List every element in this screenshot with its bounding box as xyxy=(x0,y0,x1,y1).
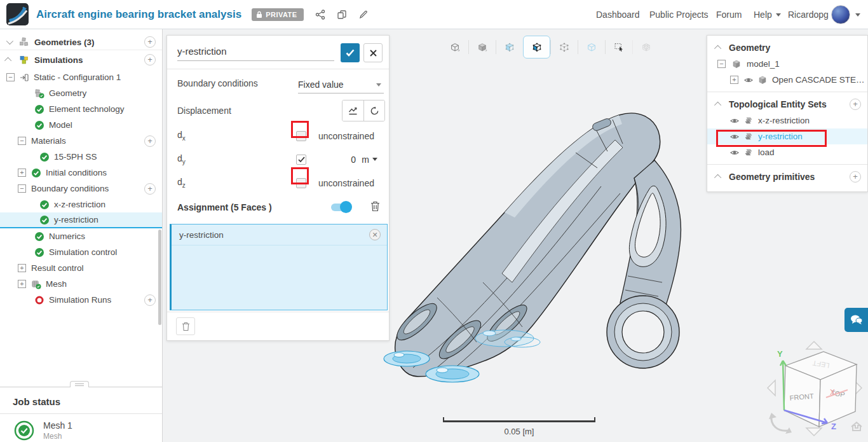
add-run-button[interactable]: + xyxy=(144,294,156,306)
collapse-box-icon[interactable] xyxy=(717,60,726,68)
tree-item-geometry[interactable]: Geometry xyxy=(0,85,162,101)
table-input-button[interactable] xyxy=(342,100,363,121)
nav-public-projects[interactable]: Public Projects xyxy=(649,0,709,29)
tree-item-mesh[interactable]: Mesh xyxy=(0,276,162,292)
entity-xz-restriction[interactable]: x-z-restriction xyxy=(707,113,867,128)
reset-button[interactable] xyxy=(363,100,384,121)
tree-item-static-configuration[interactable]: Static - Configuration 1 xyxy=(0,69,162,85)
assignment-chip-row[interactable]: y-restriction ✕ xyxy=(172,224,387,245)
expand-box-icon[interactable] xyxy=(18,280,26,288)
application-window: 0.05 [m] xyxy=(0,0,868,442)
box-select-icon[interactable] xyxy=(605,36,632,59)
add-boundary-condition-button[interactable]: + xyxy=(144,183,156,195)
bc-type-select[interactable]: Fixed value xyxy=(298,79,384,93)
eye-icon[interactable] xyxy=(730,116,739,125)
orientation-cube[interactable]: LEFT FRONT TOP X Y Z xyxy=(760,334,868,442)
add-entity-set-button[interactable]: + xyxy=(850,99,861,110)
tree-item-simulation-control[interactable]: Simulation control xyxy=(0,244,162,260)
faces-icon xyxy=(744,116,753,125)
tree-item-initial-conditions[interactable]: Initial conditions xyxy=(0,165,162,181)
eye-icon[interactable] xyxy=(730,148,739,157)
scale-bar-label: 0.05 [m] xyxy=(443,427,595,436)
assignment-toggle[interactable] xyxy=(331,204,350,211)
eye-icon[interactable] xyxy=(730,132,739,141)
tree-item-model-1[interactable]: model_1 xyxy=(707,56,867,72)
dy-value[interactable]: 0 xyxy=(351,155,356,165)
select-faces-active-icon[interactable] xyxy=(523,36,550,59)
check-circle-icon xyxy=(39,200,50,210)
geometry-primitives-header[interactable]: Geometry primitives + xyxy=(707,169,867,185)
view-shaded-icon[interactable] xyxy=(468,36,496,59)
assignment-box[interactable]: y-restriction ✕ xyxy=(170,224,388,310)
apply-button[interactable] xyxy=(341,43,360,62)
collapse-box-icon[interactable] xyxy=(6,73,15,81)
tree-item-open-cascade[interactable]: Open CASCADE STEP tr... xyxy=(707,72,867,88)
panel-collapse-handle[interactable] xyxy=(70,381,89,387)
sidebar-scrollbar[interactable] xyxy=(158,230,161,325)
job-status-item[interactable]: Mesh 1 Mesh xyxy=(0,414,162,442)
add-simulation-button[interactable]: + xyxy=(144,54,156,66)
edit-button[interactable] xyxy=(358,10,369,20)
tree-item-model[interactable]: Model xyxy=(0,117,162,133)
nav-forum[interactable]: Forum xyxy=(716,0,742,29)
support-chat-button[interactable] xyxy=(844,308,868,332)
remove-assignment-icon[interactable]: ✕ xyxy=(369,229,381,240)
tree-item-result-control[interactable]: Result control xyxy=(0,260,162,276)
cancel-button[interactable] xyxy=(363,43,383,62)
nav-username[interactable]: Ricardopg xyxy=(788,0,829,29)
eye-icon[interactable] xyxy=(744,76,753,85)
view-wireframe-icon[interactable] xyxy=(441,36,468,59)
add-primitive-button[interactable]: + xyxy=(850,171,861,183)
nav-dashboard[interactable]: Dashboard xyxy=(596,0,640,29)
entity-sets-section-header[interactable]: Topological Entity Sets + xyxy=(707,96,867,113)
rotate-left-arrow xyxy=(768,380,775,396)
add-material-button[interactable]: + xyxy=(144,135,156,147)
geometry-section-header[interactable]: Geometry xyxy=(707,39,867,56)
check-icon xyxy=(298,156,305,163)
check-circle-icon xyxy=(39,215,50,225)
select-bodies-icon[interactable] xyxy=(578,36,605,59)
duplicate-button[interactable] xyxy=(337,10,347,20)
delete-bc-button[interactable] xyxy=(176,317,195,335)
runs-status-icon xyxy=(35,296,44,305)
chevron-up-icon xyxy=(714,174,721,181)
dy-checkbox[interactable] xyxy=(296,155,306,165)
trash-icon xyxy=(370,201,380,212)
tree-item-element-technology[interactable]: Element technology xyxy=(0,101,162,117)
dx-row: dx unconstrained xyxy=(167,124,389,148)
expand-box-icon[interactable] xyxy=(730,76,738,84)
user-menu-caret[interactable] xyxy=(855,0,860,29)
tree-item-numerics[interactable]: Numerics xyxy=(0,228,162,244)
add-geometry-button[interactable]: + xyxy=(144,36,156,48)
expand-box-icon[interactable] xyxy=(18,169,26,177)
nav-help[interactable]: Help xyxy=(754,0,781,29)
tree-item-y-restriction[interactable]: y-restriction xyxy=(0,212,162,228)
tree-item-materials[interactable]: Materials + xyxy=(0,133,162,149)
avatar[interactable] xyxy=(831,0,850,29)
tree-item-simulation-runs[interactable]: Simulation Runs + xyxy=(0,292,162,308)
bracket-model[interactable] xyxy=(371,66,696,404)
select-vertices-icon[interactable] xyxy=(550,36,578,59)
entity-y-restriction[interactable]: y-restriction xyxy=(707,128,867,144)
mesh-display-icon[interactable] xyxy=(632,36,660,59)
dy-unit-select[interactable]: m xyxy=(362,155,377,165)
collapse-box-icon[interactable] xyxy=(18,184,26,193)
collapse-box-icon[interactable] xyxy=(18,137,26,145)
tree-item-xz-restriction[interactable]: x-z-restriction xyxy=(0,197,162,212)
dx-mode: unconstrained xyxy=(318,131,374,141)
select-faces-icon[interactable] xyxy=(496,36,523,59)
entity-load[interactable]: load xyxy=(707,144,867,160)
chat-bubbles-icon xyxy=(850,314,863,326)
dx-checkbox[interactable] xyxy=(296,131,306,141)
bc-name-input[interactable] xyxy=(177,45,334,61)
tree-item-geometries[interactable]: Geometries (3) + xyxy=(0,34,162,50)
clear-assignment-button[interactable] xyxy=(370,201,380,214)
tree-item-material-15-5ph[interactable]: 15-5PH SS xyxy=(0,149,162,165)
app-logo[interactable] xyxy=(6,3,29,25)
tree-item-simulations[interactable]: Simulations + xyxy=(0,50,162,69)
share-button[interactable] xyxy=(315,10,325,20)
faces-icon xyxy=(744,132,753,141)
tree-item-boundary-conditions[interactable]: Boundary conditions + xyxy=(0,181,162,197)
dz-checkbox[interactable] xyxy=(296,178,306,188)
expand-box-icon[interactable] xyxy=(18,264,26,272)
